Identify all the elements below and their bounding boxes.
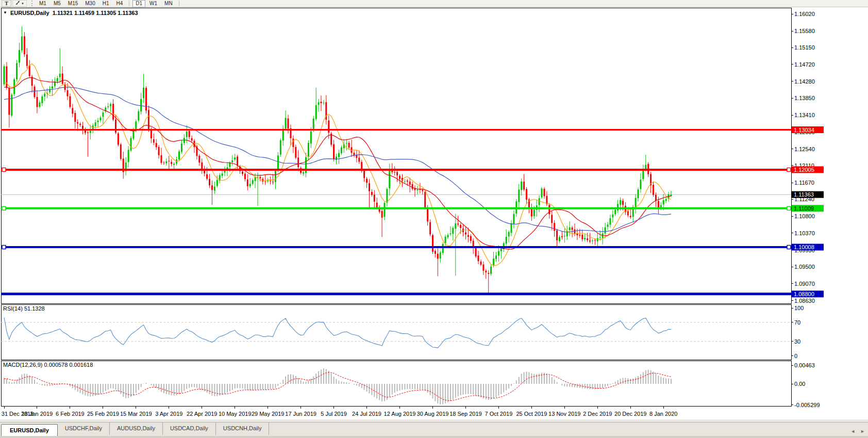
svg-text:100: 100 bbox=[794, 305, 804, 311]
svg-text:1.10008: 1.10008 bbox=[794, 244, 814, 250]
svg-text:5 Jul 2019: 5 Jul 2019 bbox=[321, 411, 347, 417]
chart-title: ▼ EURUSD,Daily 1.11321 1.11459 1.11305 1… bbox=[3, 10, 138, 16]
svg-text:15 Mar 2019: 15 Mar 2019 bbox=[120, 411, 152, 417]
macd-panel bbox=[1, 361, 791, 406]
price-label-1.12005: 1.12005 bbox=[792, 166, 824, 173]
svg-text:1.11009: 1.11009 bbox=[794, 205, 814, 212]
svg-text:18 Sep 2019: 18 Sep 2019 bbox=[449, 411, 481, 417]
chart-ohlc-values: 1.11321 1.11459 1.11305 1.11363 bbox=[53, 10, 138, 16]
svg-text:1.10370: 1.10370 bbox=[794, 230, 815, 236]
svg-text:3 Apr 2019: 3 Apr 2019 bbox=[155, 411, 182, 417]
timeframe-button-m30[interactable]: M30 bbox=[82, 0, 98, 7]
chart-symbol-period: EURUSD,Daily bbox=[10, 10, 49, 16]
svg-text:20 Dec 2019: 20 Dec 2019 bbox=[614, 411, 646, 417]
svg-text:29 May 2019: 29 May 2019 bbox=[252, 411, 285, 417]
svg-text:0.00: 0.00 bbox=[794, 381, 805, 387]
tab-usdchf-daily[interactable]: USDCHF,Daily bbox=[58, 423, 110, 435]
tab-scroll-controls: ◄ ► bbox=[850, 429, 865, 434]
svg-text:1.09070: 1.09070 bbox=[794, 281, 815, 287]
arrows-tool-button[interactable]: ▼ bbox=[12, 0, 27, 7]
svg-text:7 Oct 2019: 7 Oct 2019 bbox=[485, 411, 512, 417]
svg-text:1.12540: 1.12540 bbox=[794, 146, 815, 152]
svg-text:1.11363: 1.11363 bbox=[794, 191, 814, 198]
chart-tab-bar: EURUSD,Daily USDCHF,Daily AUDUSD,Daily U… bbox=[0, 423, 868, 436]
symbol-dropdown-icon[interactable]: ▼ bbox=[3, 10, 7, 15]
svg-text:1.12005: 1.12005 bbox=[794, 167, 814, 173]
timeframe-button-w1[interactable]: W1 bbox=[146, 0, 160, 7]
tab-scroll-left-icon[interactable]: ◄ bbox=[850, 429, 855, 434]
price-label-1.08800: 1.08800 bbox=[792, 290, 824, 297]
svg-text:12 Aug 2019: 12 Aug 2019 bbox=[384, 411, 416, 417]
price-label-1.11009: 1.11009 bbox=[792, 205, 824, 212]
svg-text:1.14280: 1.14280 bbox=[794, 78, 815, 85]
status-strip bbox=[0, 436, 868, 438]
svg-text:25 Feb 2019: 25 Feb 2019 bbox=[87, 411, 119, 417]
timeframe-button-m1[interactable]: M1 bbox=[36, 0, 49, 7]
timeframe-button-h1[interactable]: H1 bbox=[99, 0, 112, 7]
tab-audusd-daily[interactable]: AUDUSD,Daily bbox=[110, 423, 163, 435]
panel-splitter[interactable] bbox=[0, 419, 868, 423]
svg-text:6 Feb 2019: 6 Feb 2019 bbox=[56, 411, 85, 417]
price-label-1.13034: 1.13034 bbox=[792, 126, 824, 133]
svg-text:1.13410: 1.13410 bbox=[794, 112, 815, 118]
toolbar-separator bbox=[129, 1, 129, 6]
svg-text:1.11670: 1.11670 bbox=[794, 180, 814, 186]
svg-text:22 Apr 2019: 22 Apr 2019 bbox=[187, 411, 217, 417]
svg-text:1.15580: 1.15580 bbox=[794, 28, 815, 34]
chart-canvas[interactable]: 1.160201.155801.151501.147201.142801.138… bbox=[0, 0, 868, 438]
svg-text:2 Dec 2019: 2 Dec 2019 bbox=[583, 411, 612, 417]
tab-scroll-right-icon[interactable]: ► bbox=[860, 429, 865, 434]
text-tool-button[interactable]: T bbox=[2, 0, 11, 7]
arrows-icon bbox=[15, 0, 21, 7]
svg-text:17 Jun 2019: 17 Jun 2019 bbox=[285, 411, 316, 417]
svg-text:1.08630: 1.08630 bbox=[794, 298, 815, 304]
svg-text:30 Aug 2019: 30 Aug 2019 bbox=[417, 411, 449, 417]
timeframe-button-mn[interactable]: MN bbox=[161, 0, 176, 7]
toolbar: T ▼ M1 M5 M15 M30 H1 H4 D1 W1 MN bbox=[0, 0, 868, 7]
svg-text:1.13850: 1.13850 bbox=[794, 95, 815, 101]
svg-text:13 Nov 2019: 13 Nov 2019 bbox=[548, 411, 580, 417]
svg-text:30: 30 bbox=[794, 338, 800, 345]
timeframe-button-h4[interactable]: H4 bbox=[113, 0, 126, 7]
svg-text:70: 70 bbox=[794, 319, 800, 326]
price-label-1.10008: 1.10008 bbox=[792, 244, 824, 251]
svg-text:1.10800: 1.10800 bbox=[794, 213, 815, 219]
tab-eurusd-daily[interactable]: EURUSD,Daily bbox=[1, 424, 58, 436]
macd-indicator-label: MACD(12,26,9) 0.000578 0.001618 bbox=[3, 362, 93, 368]
tab-usdcad-daily[interactable]: USDCAD,Daily bbox=[163, 423, 216, 435]
timeframe-button-m15[interactable]: M15 bbox=[65, 0, 81, 7]
toolbar-separator bbox=[179, 1, 179, 6]
mt4-window: 1.160201.155801.151501.147201.142801.138… bbox=[0, 0, 868, 438]
svg-text:-0.005299: -0.005299 bbox=[794, 402, 820, 408]
svg-text:24 Jul 2019: 24 Jul 2019 bbox=[352, 411, 381, 417]
svg-text:25 Oct 2019: 25 Oct 2019 bbox=[516, 411, 547, 417]
svg-text:10 May 2019: 10 May 2019 bbox=[219, 411, 252, 417]
chevron-down-icon: ▼ bbox=[21, 2, 24, 5]
tab-usdcnh-daily[interactable]: USDCNH,Daily bbox=[216, 423, 270, 435]
svg-text:0.00463: 0.00463 bbox=[794, 362, 815, 368]
svg-text:1.13034: 1.13034 bbox=[794, 127, 814, 133]
svg-text:1.14720: 1.14720 bbox=[794, 61, 815, 68]
text-tool-label: T bbox=[5, 1, 8, 6]
svg-text:8 Jan 2020: 8 Jan 2020 bbox=[649, 411, 677, 417]
timeframe-button-m5[interactable]: M5 bbox=[51, 0, 64, 7]
svg-text:18 Jan 2019: 18 Jan 2019 bbox=[22, 411, 53, 417]
current-price-label: 1.11363 bbox=[792, 191, 824, 198]
svg-text:1.15150: 1.15150 bbox=[794, 44, 815, 51]
toolbar-grip bbox=[31, 1, 32, 6]
main-panel bbox=[1, 8, 791, 303]
rsi-indicator-label: RSI(14) 51.1328 bbox=[3, 305, 45, 312]
svg-text:1.08800: 1.08800 bbox=[794, 291, 814, 297]
timeframe-button-d1[interactable]: D1 bbox=[132, 0, 145, 7]
svg-text:1.16020: 1.16020 bbox=[794, 11, 815, 17]
svg-text:1.09500: 1.09500 bbox=[794, 264, 815, 270]
svg-text:0: 0 bbox=[794, 353, 797, 359]
